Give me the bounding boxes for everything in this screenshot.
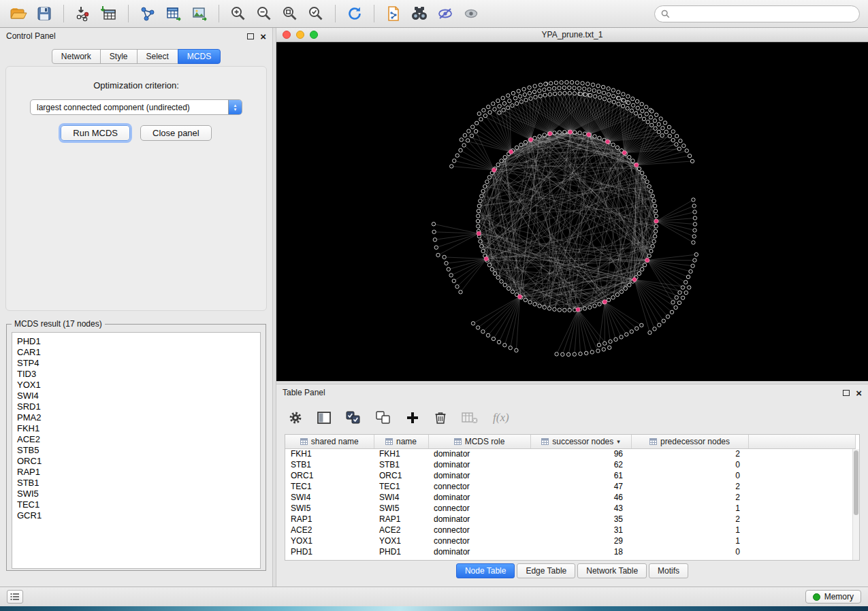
cell-name[interactable]: FKH1 <box>374 448 428 459</box>
cell-name[interactable]: ORC1 <box>374 470 428 481</box>
cell-shared-name[interactable]: FKH1 <box>285 448 374 459</box>
mcds-result-item[interactable]: TEC1 <box>17 499 260 510</box>
save-session-button[interactable] <box>31 2 57 25</box>
tab-motifs[interactable]: Motifs <box>649 563 688 578</box>
mcds-result-item[interactable]: SWI4 <box>17 391 260 401</box>
search-network-button[interactable] <box>406 2 432 25</box>
function-builder-button[interactable]: f(x) <box>493 411 509 425</box>
table-settings-button[interactable] <box>289 411 302 425</box>
cell-predecessor-nodes[interactable]: 2 <box>631 514 748 525</box>
tab-edge-table[interactable]: Edge Table <box>517 563 575 578</box>
minimize-window-icon[interactable] <box>296 31 304 39</box>
float-table-panel-icon[interactable] <box>843 390 850 396</box>
search-input[interactable] <box>674 9 853 18</box>
cell-mcds-role[interactable]: dominator <box>428 470 530 481</box>
cell-predecessor-nodes[interactable]: 2 <box>631 448 748 459</box>
table-row[interactable]: SWI4SWI4dominator462 <box>285 492 856 503</box>
cell-shared-name[interactable]: YOX1 <box>285 535 374 546</box>
task-history-button[interactable] <box>7 590 23 604</box>
close-panel-button[interactable]: Close panel <box>140 125 212 141</box>
table-row[interactable]: YOX1YOX1connector291 <box>285 535 856 546</box>
close-table-panel-icon[interactable]: × <box>856 388 862 398</box>
refresh-view-button[interactable] <box>342 2 368 25</box>
mcds-result-item[interactable]: TID3 <box>17 369 260 380</box>
zoom-fit-button[interactable] <box>277 2 303 25</box>
mcds-result-item[interactable]: PMA2 <box>17 412 260 423</box>
cell-predecessor-nodes[interactable]: 1 <box>631 503 748 514</box>
zoom-selected-button[interactable] <box>303 2 329 25</box>
cell-shared-name[interactable]: SWI4 <box>285 492 374 503</box>
cell-name[interactable]: YOX1 <box>374 535 428 546</box>
network-canvas[interactable] <box>276 42 868 381</box>
column-header-successor-nodes[interactable]: successor nodes ▾ <box>530 435 631 448</box>
cell-successor-nodes[interactable]: 96 <box>530 448 631 459</box>
tab-mcds[interactable]: MCDS <box>178 49 221 64</box>
cell-successor-nodes[interactable]: 46 <box>530 492 631 503</box>
mcds-result-item[interactable]: STP4 <box>17 358 260 369</box>
tab-network[interactable]: Network <box>52 49 101 64</box>
column-header-shared-name[interactable]: shared name <box>285 435 374 448</box>
mcds-result-item[interactable]: STB1 <box>17 478 260 489</box>
mcds-result-item[interactable]: YOX1 <box>17 380 260 391</box>
cell-shared-name[interactable]: RAP1 <box>285 514 374 525</box>
cell-shared-name[interactable]: SWI5 <box>285 503 374 514</box>
cell-predecessor-nodes[interactable]: 2 <box>631 492 748 503</box>
run-mcds-button[interactable]: Run MCDS <box>61 125 130 141</box>
table-row[interactable]: ACE2ACE2connector311 <box>285 525 856 535</box>
cell-predecessor-nodes[interactable]: 1 <box>631 535 748 546</box>
cell-shared-name[interactable]: STB1 <box>285 459 374 470</box>
mcds-result-item[interactable]: SRD1 <box>17 401 260 412</box>
cell-predecessor-nodes[interactable]: 0 <box>631 546 748 557</box>
cell-mcds-role[interactable]: connector <box>428 535 530 546</box>
table-scrollbar[interactable] <box>852 449 859 560</box>
hide-selected-button[interactable] <box>432 2 458 25</box>
show-all-button[interactable] <box>458 2 484 25</box>
mcds-result-item[interactable]: ACE2 <box>17 434 260 445</box>
cell-mcds-role[interactable]: dominator <box>428 448 530 459</box>
network-graph[interactable] <box>276 42 868 381</box>
delete-row-button[interactable] <box>434 411 447 425</box>
show-columns-button[interactable] <box>317 412 331 424</box>
table-row[interactable]: STB1STB1dominator620 <box>285 459 856 470</box>
column-header-predecessor-nodes[interactable]: predecessor nodes <box>631 435 748 448</box>
search-field[interactable] <box>654 5 860 22</box>
cell-name[interactable]: STB1 <box>374 459 428 470</box>
cell-name[interactable]: TEC1 <box>374 481 428 492</box>
cell-mcds-role[interactable]: dominator <box>428 514 530 525</box>
cell-shared-name[interactable]: TEC1 <box>285 481 374 492</box>
cell-successor-nodes[interactable]: 61 <box>530 470 631 481</box>
table-row[interactable]: ORC1ORC1dominator610 <box>285 470 856 481</box>
cell-name[interactable]: PHD1 <box>374 546 428 557</box>
cell-successor-nodes[interactable]: 31 <box>530 525 631 535</box>
table-row[interactable]: FKH1FKH1dominator962 <box>285 448 856 459</box>
close-panel-icon[interactable]: × <box>260 31 266 42</box>
cell-mcds-role[interactable]: dominator <box>428 492 530 503</box>
cell-shared-name[interactable]: ORC1 <box>285 470 374 481</box>
cell-predecessor-nodes[interactable]: 0 <box>631 470 748 481</box>
column-header-name[interactable]: name <box>374 435 428 448</box>
table-row[interactable]: SWI5SWI5connector431 <box>285 503 856 514</box>
tab-node-table[interactable]: Node Table <box>456 563 515 578</box>
import-network-file-button[interactable] <box>70 2 96 25</box>
table-row[interactable]: RAP1RAP1dominator352 <box>285 514 856 525</box>
add-row-button[interactable] <box>406 411 419 425</box>
column-header-mcds-role[interactable]: MCDS role <box>428 435 530 448</box>
mcds-result-item[interactable]: FKH1 <box>17 423 260 434</box>
network-edges[interactable] <box>434 82 696 354</box>
import-table-file-button[interactable] <box>96 2 122 25</box>
mcds-result-item[interactable]: CAR1 <box>17 347 260 358</box>
cell-successor-nodes[interactable]: 43 <box>530 503 631 514</box>
mcds-result-item[interactable]: PHD1 <box>17 336 260 347</box>
zoom-in-button[interactable] <box>225 2 251 25</box>
cell-predecessor-nodes[interactable]: 2 <box>631 481 748 492</box>
open-session-button[interactable] <box>5 2 31 25</box>
mcds-result-item[interactable]: RAP1 <box>17 467 260 478</box>
cell-name[interactable]: SWI5 <box>374 503 428 514</box>
cell-successor-nodes[interactable]: 29 <box>530 535 631 546</box>
cell-predecessor-nodes[interactable]: 1 <box>631 525 748 535</box>
deselect-all-button[interactable] <box>376 411 391 425</box>
tab-select[interactable]: Select <box>137 49 178 64</box>
new-network-from-selection-button[interactable] <box>381 2 406 25</box>
cell-mcds-role[interactable]: connector <box>428 481 530 492</box>
cell-predecessor-nodes[interactable]: 0 <box>631 459 748 470</box>
